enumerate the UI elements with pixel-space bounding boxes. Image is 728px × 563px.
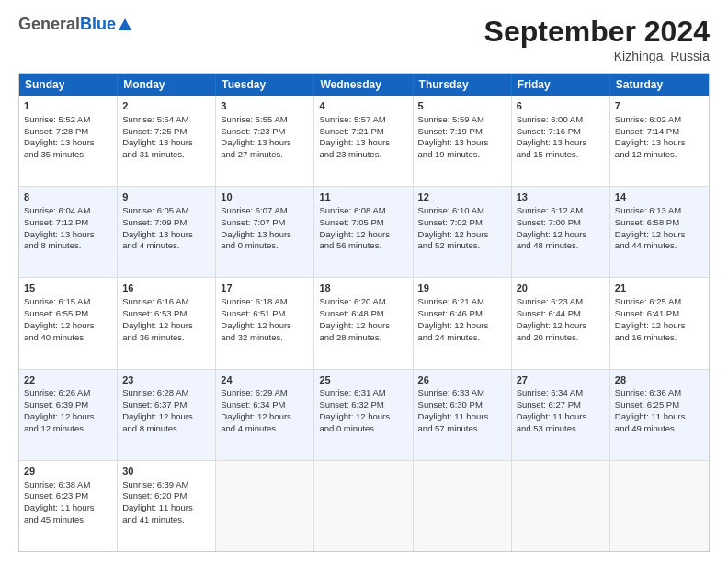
calendar-row: 22Sunrise: 6:26 AM Sunset: 6:39 PM Dayli… <box>19 369 709 460</box>
day-info: Sunrise: 5:52 AM Sunset: 7:28 PM Dayligh… <box>24 114 95 159</box>
day-info: Sunrise: 6:38 AM Sunset: 6:23 PM Dayligh… <box>24 479 95 524</box>
calendar-cell-day-12: 12Sunrise: 6:10 AM Sunset: 7:02 PM Dayli… <box>414 187 512 277</box>
calendar-cell-day-26: 26Sunrise: 6:33 AM Sunset: 6:30 PM Dayli… <box>414 370 512 460</box>
calendar-cell-day-2: 2Sunrise: 5:54 AM Sunset: 7:25 PM Daylig… <box>118 96 216 186</box>
day-info: Sunrise: 6:00 AM Sunset: 7:16 PM Dayligh… <box>517 114 587 159</box>
day-info: Sunrise: 6:18 AM Sunset: 6:51 PM Dayligh… <box>221 296 291 341</box>
day-info: Sunrise: 6:25 AM Sunset: 6:41 PM Dayligh… <box>615 296 686 341</box>
calendar-cell-day-6: 6Sunrise: 6:00 AM Sunset: 7:16 PM Daylig… <box>512 96 610 186</box>
day-info: Sunrise: 6:29 AM Sunset: 6:34 PM Dayligh… <box>221 387 291 432</box>
day-info: Sunrise: 6:05 AM Sunset: 7:09 PM Dayligh… <box>122 205 193 250</box>
day-number: 16 <box>122 282 210 295</box>
day-info: Sunrise: 5:54 AM Sunset: 7:25 PM Dayligh… <box>122 114 193 159</box>
calendar-cell-day-27: 27Sunrise: 6:34 AM Sunset: 6:27 PM Dayli… <box>512 370 610 460</box>
calendar-cell-day-14: 14Sunrise: 6:13 AM Sunset: 6:58 PM Dayli… <box>610 187 709 277</box>
calendar-cell-day-4: 4Sunrise: 5:57 AM Sunset: 7:21 PM Daylig… <box>314 96 413 186</box>
day-info: Sunrise: 5:59 AM Sunset: 7:19 PM Dayligh… <box>418 114 489 159</box>
calendar-cell-day-7: 7Sunrise: 6:02 AM Sunset: 7:14 PM Daylig… <box>610 96 709 186</box>
header-sunday: Sunday <box>19 74 118 96</box>
svg-marker-0 <box>119 18 131 30</box>
day-number: 9 <box>122 190 210 204</box>
header-thursday: Thursday <box>414 74 512 96</box>
day-number: 29 <box>24 465 112 478</box>
day-info: Sunrise: 6:39 AM Sunset: 6:20 PM Dayligh… <box>122 479 193 524</box>
day-number: 11 <box>319 190 407 204</box>
calendar-row: 1Sunrise: 5:52 AM Sunset: 7:28 PM Daylig… <box>19 96 709 186</box>
calendar-cell-day-17: 17Sunrise: 6:18 AM Sunset: 6:51 PM Dayli… <box>216 278 314 368</box>
calendar-cell-day-11: 11Sunrise: 6:08 AM Sunset: 7:05 PM Dayli… <box>314 187 413 277</box>
day-number: 12 <box>418 190 506 204</box>
calendar-cell-day-5: 5Sunrise: 5:59 AM Sunset: 7:19 PM Daylig… <box>414 96 512 186</box>
calendar-cell-day-25: 25Sunrise: 6:31 AM Sunset: 6:32 PM Dayli… <box>314 370 413 460</box>
calendar-cell-empty <box>216 461 314 551</box>
day-info: Sunrise: 6:12 AM Sunset: 7:00 PM Dayligh… <box>517 205 587 250</box>
calendar-cell-empty <box>610 461 709 551</box>
day-info: Sunrise: 6:28 AM Sunset: 6:37 PM Dayligh… <box>122 387 193 432</box>
calendar-cell-day-23: 23Sunrise: 6:28 AM Sunset: 6:37 PM Dayli… <box>118 370 216 460</box>
logo-icon <box>118 17 132 32</box>
logo-blue-text: Blue <box>80 15 116 34</box>
day-number: 3 <box>221 99 309 113</box>
day-info: Sunrise: 6:26 AM Sunset: 6:39 PM Dayligh… <box>24 387 95 432</box>
calendar-cell-day-8: 8Sunrise: 6:04 AM Sunset: 7:12 PM Daylig… <box>19 187 118 277</box>
title-block: September 2024 Kizhinga, Russia <box>484 15 710 63</box>
day-number: 18 <box>319 282 407 295</box>
calendar-row: 8Sunrise: 6:04 AM Sunset: 7:12 PM Daylig… <box>19 186 709 277</box>
day-info: Sunrise: 5:57 AM Sunset: 7:21 PM Dayligh… <box>319 114 390 159</box>
day-number: 19 <box>418 282 506 295</box>
location: Kizhinga, Russia <box>484 49 710 63</box>
calendar-cell-day-29: 29Sunrise: 6:38 AM Sunset: 6:23 PM Dayli… <box>19 461 118 551</box>
day-info: Sunrise: 6:08 AM Sunset: 7:05 PM Dayligh… <box>319 205 390 250</box>
day-number: 25 <box>319 373 407 387</box>
calendar-cell-day-22: 22Sunrise: 6:26 AM Sunset: 6:39 PM Dayli… <box>19 370 118 460</box>
header-saturday: Saturday <box>610 74 709 96</box>
day-number: 7 <box>615 99 704 113</box>
calendar-cell-day-13: 13Sunrise: 6:12 AM Sunset: 7:00 PM Dayli… <box>512 187 610 277</box>
day-info: Sunrise: 6:07 AM Sunset: 7:07 PM Dayligh… <box>221 205 291 250</box>
calendar-cell-day-10: 10Sunrise: 6:07 AM Sunset: 7:07 PM Dayli… <box>216 187 314 277</box>
day-info: Sunrise: 6:13 AM Sunset: 6:58 PM Dayligh… <box>615 205 686 250</box>
calendar-body: 1Sunrise: 5:52 AM Sunset: 7:28 PM Daylig… <box>19 96 709 551</box>
month-title: September 2024 <box>484 15 710 49</box>
day-info: Sunrise: 6:04 AM Sunset: 7:12 PM Dayligh… <box>24 205 95 250</box>
day-number: 22 <box>24 373 112 387</box>
day-info: Sunrise: 6:20 AM Sunset: 6:48 PM Dayligh… <box>319 296 390 341</box>
day-number: 28 <box>615 373 704 387</box>
calendar-cell-day-15: 15Sunrise: 6:15 AM Sunset: 6:55 PM Dayli… <box>19 278 118 368</box>
day-number: 2 <box>122 99 210 113</box>
day-number: 5 <box>418 99 506 113</box>
calendar-cell-day-21: 21Sunrise: 6:25 AM Sunset: 6:41 PM Dayli… <box>610 278 709 368</box>
calendar-row: 15Sunrise: 6:15 AM Sunset: 6:55 PM Dayli… <box>19 277 709 368</box>
day-number: 4 <box>319 99 407 113</box>
calendar-cell-empty <box>512 461 610 551</box>
logo-general-text: General <box>18 15 80 34</box>
calendar-cell-empty <box>414 461 512 551</box>
page: General Blue September 2024 Kizhinga, Ru… <box>0 0 728 563</box>
day-number: 6 <box>517 99 605 113</box>
calendar-cell-day-3: 3Sunrise: 5:55 AM Sunset: 7:23 PM Daylig… <box>216 96 314 186</box>
day-number: 23 <box>122 373 210 387</box>
header-monday: Monday <box>118 74 216 96</box>
day-number: 20 <box>517 282 605 295</box>
day-number: 8 <box>24 190 112 204</box>
day-number: 27 <box>517 373 605 387</box>
day-info: Sunrise: 6:31 AM Sunset: 6:32 PM Dayligh… <box>319 387 390 432</box>
calendar-cell-day-1: 1Sunrise: 5:52 AM Sunset: 7:28 PM Daylig… <box>19 96 118 186</box>
calendar-cell-day-16: 16Sunrise: 6:16 AM Sunset: 6:53 PM Dayli… <box>118 278 216 368</box>
day-info: Sunrise: 6:33 AM Sunset: 6:30 PM Dayligh… <box>418 387 489 432</box>
day-number: 1 <box>24 99 112 113</box>
calendar-cell-day-20: 20Sunrise: 6:23 AM Sunset: 6:44 PM Dayli… <box>512 278 610 368</box>
day-info: Sunrise: 6:02 AM Sunset: 7:14 PM Dayligh… <box>615 114 686 159</box>
day-number: 24 <box>221 373 309 387</box>
calendar-header: Sunday Monday Tuesday Wednesday Thursday… <box>19 74 709 96</box>
calendar-row: 29Sunrise: 6:38 AM Sunset: 6:23 PM Dayli… <box>19 460 709 551</box>
day-number: 17 <box>221 282 309 295</box>
day-info: Sunrise: 6:16 AM Sunset: 6:53 PM Dayligh… <box>122 296 193 341</box>
day-info: Sunrise: 5:55 AM Sunset: 7:23 PM Dayligh… <box>221 114 291 159</box>
day-number: 30 <box>122 465 210 478</box>
header-wednesday: Wednesday <box>314 74 413 96</box>
calendar-cell-empty <box>314 461 413 551</box>
day-number: 21 <box>615 282 704 295</box>
day-number: 15 <box>24 282 112 295</box>
day-info: Sunrise: 6:10 AM Sunset: 7:02 PM Dayligh… <box>418 205 489 250</box>
